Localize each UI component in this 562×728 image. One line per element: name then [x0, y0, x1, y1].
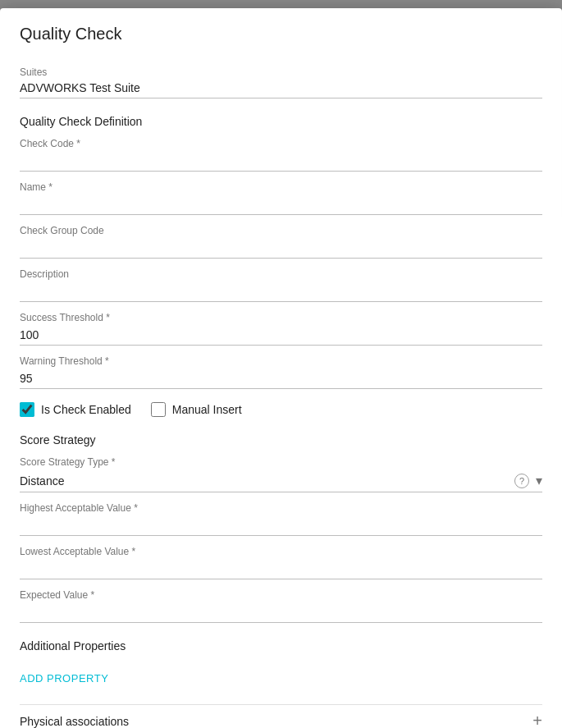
add-physical-association-icon[interactable]: + [532, 712, 542, 728]
modal-overlay: Quality Check Suites ADVWORKS Test Suite… [0, 0, 562, 728]
add-property-button[interactable]: ADD PROPERTY [20, 669, 108, 688]
manual-insert-checkbox-container[interactable]: Manual Insert [151, 402, 242, 417]
name-input[interactable] [20, 195, 542, 215]
check-group-code-label: Check Group Code [20, 225, 542, 236]
success-threshold-input[interactable] [20, 325, 542, 346]
highest-acceptable-input[interactable] [20, 515, 542, 536]
success-threshold-field: Success Threshold * [20, 312, 542, 346]
success-threshold-label: Success Threshold * [20, 312, 542, 323]
name-field: Name * [20, 181, 542, 215]
is-check-enabled-checkbox[interactable] [20, 402, 34, 417]
checkbox-row: Is Check Enabled Manual Insert [20, 402, 542, 417]
check-code-field: Check Code * [20, 138, 542, 172]
lowest-acceptable-field: Lowest Acceptable Value * [20, 546, 542, 579]
expected-value-label: Expected Value * [20, 589, 542, 601]
name-label: Name * [20, 181, 542, 193]
description-input[interactable] [20, 282, 542, 302]
score-strategy-type-select-wrapper: Distance Range Exact ? ▾ [20, 469, 542, 492]
quality-check-definition-heading: Quality Check Definition [20, 115, 542, 128]
modal-container: Quality Check Suites ADVWORKS Test Suite… [0, 8, 562, 728]
modal-body: Suites ADVWORKS Test Suite Quality Check… [0, 53, 562, 728]
highest-acceptable-field: Highest Acceptable Value * [20, 502, 542, 536]
check-code-input[interactable] [20, 151, 542, 172]
highest-acceptable-label: Highest Acceptable Value * [20, 502, 542, 514]
physical-associations-section: Physical associations + [20, 704, 542, 728]
is-check-enabled-label: Is Check Enabled [41, 403, 131, 416]
warning-threshold-label: Warning Threshold * [20, 355, 542, 367]
score-strategy-type-label: Score Strategy Type * [20, 456, 542, 468]
expected-value-field: Expected Value * [20, 589, 542, 623]
physical-associations-heading: Physical associations [20, 715, 129, 728]
expected-value-input[interactable] [20, 602, 542, 623]
is-check-enabled-checkbox-container[interactable]: Is Check Enabled [20, 402, 131, 417]
manual-insert-checkbox[interactable] [151, 402, 166, 417]
check-code-label: Check Code * [20, 138, 542, 149]
additional-properties-section: Additional Properties ADD PROPERTY [20, 639, 542, 688]
chevron-down-icon: ▾ [536, 473, 542, 488]
check-group-code-field: Check Group Code [20, 225, 542, 259]
help-icon[interactable]: ? [514, 474, 529, 488]
score-strategy-section: Score Strategy Score Strategy Type * Dis… [20, 433, 542, 623]
suites-value: ADVWORKS Test Suite [20, 78, 542, 98]
additional-properties-heading: Additional Properties [20, 639, 542, 652]
warning-threshold-input[interactable] [20, 369, 542, 389]
description-field: Description [20, 268, 542, 302]
score-strategy-type-field: Score Strategy Type * Distance Range Exa… [20, 456, 542, 492]
manual-insert-label: Manual Insert [172, 403, 242, 416]
check-group-code-input[interactable] [20, 238, 542, 259]
warning-threshold-field: Warning Threshold * [20, 355, 542, 389]
modal-title: Quality Check [20, 25, 122, 43]
suites-field: Suites ADVWORKS Test Suite [20, 66, 542, 98]
lowest-acceptable-label: Lowest Acceptable Value * [20, 546, 542, 557]
description-label: Description [20, 268, 542, 280]
score-strategy-type-select[interactable]: Distance Range Exact [20, 474, 514, 488]
suites-label: Suites [20, 66, 542, 78]
lowest-acceptable-input[interactable] [20, 559, 542, 579]
select-icons: ? ▾ [514, 473, 542, 488]
modal-header: Quality Check [0, 8, 562, 53]
score-strategy-heading: Score Strategy [20, 433, 542, 446]
